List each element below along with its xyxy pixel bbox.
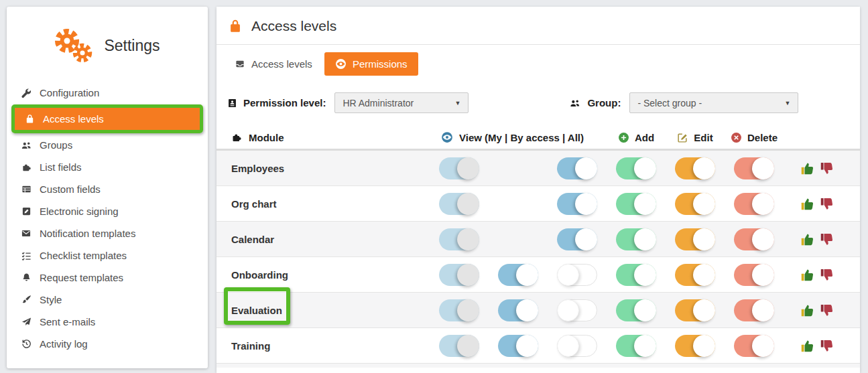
add-toggle[interactable] [616, 228, 656, 250]
toggle-knob [634, 299, 656, 321]
edit-toggle[interactable] [675, 193, 715, 215]
toggle-knob [752, 264, 774, 286]
sidebar-item-access-levels[interactable]: Access levels [15, 108, 200, 130]
add-toggle[interactable] [616, 299, 656, 321]
view-all-toggle[interactable] [557, 193, 597, 215]
tab-access-levels[interactable]: Access levels [227, 53, 320, 75]
thumbs-up-icon[interactable] [801, 340, 814, 352]
sidebar-title: Settings [104, 37, 160, 55]
delete-toggle[interactable] [734, 157, 774, 179]
add-toggle[interactable] [616, 264, 656, 286]
view-my-toggle[interactable] [439, 335, 479, 357]
add-toggle[interactable] [616, 335, 656, 357]
view-all-toggle[interactable] [557, 264, 597, 286]
sidebar-item-list-fields[interactable]: List fields [7, 156, 208, 178]
view-all-toggle[interactable] [557, 157, 597, 179]
toggle-knob [557, 335, 579, 357]
add-toggle[interactable] [616, 157, 656, 179]
sidebar-item-style[interactable]: Style [7, 289, 208, 311]
group-select[interactable]: - Select group - ▼ [629, 92, 798, 113]
view-my-toggle[interactable] [439, 228, 479, 250]
thumbs-down-icon[interactable] [820, 269, 834, 281]
sidebar-item-custom-fields[interactable]: Custom fields [7, 178, 208, 200]
group-value: - Select group - [637, 98, 702, 108]
tab-label: Access levels [251, 58, 312, 70]
thumbs-cell [801, 269, 834, 281]
view-my-toggle[interactable] [439, 193, 479, 215]
delete-toggle[interactable] [734, 335, 774, 357]
add-cell [607, 299, 666, 321]
edit-toggle[interactable] [675, 335, 715, 357]
view-all-toggle[interactable] [557, 228, 597, 250]
thumbs-up-icon[interactable] [801, 198, 814, 210]
edit-toggle[interactable] [675, 264, 715, 286]
edit-column-header: Edit [666, 132, 725, 143]
page-title-row: Access levels [216, 7, 860, 45]
module-name: Onboarding [231, 269, 288, 281]
add-toggle[interactable] [616, 193, 656, 215]
add-cell [607, 157, 666, 179]
sidebar-item-checklist-templates[interactable]: Checklist templates [7, 244, 208, 267]
view-all-cell [548, 299, 607, 321]
permission-level-select[interactable]: HR Administrator ▼ [334, 92, 469, 113]
sidebar-item-label: Groups [40, 139, 72, 151]
module-name: Evaluation [231, 305, 282, 316]
sidebar-item-electronic-signing[interactable]: Electronic signing [7, 200, 208, 222]
toggle-knob [752, 228, 774, 250]
thumbs-up-icon[interactable] [801, 233, 814, 246]
sidebar-item-configuration[interactable]: Configuration [7, 82, 208, 104]
toggle-knob [634, 193, 656, 215]
table-row: Onboarding [216, 257, 860, 293]
sidebar-item-label: List fields [40, 161, 82, 173]
toggle-knob [516, 264, 538, 286]
delete-toggle[interactable] [734, 193, 774, 215]
view-by-access-toggle[interactable] [498, 299, 538, 321]
delete-toggle[interactable] [734, 228, 774, 250]
thumbs-down-icon[interactable] [820, 340, 834, 352]
delete-toggle[interactable] [734, 299, 774, 321]
edit-toggle[interactable] [675, 228, 715, 250]
thumbs-down-icon[interactable] [820, 304, 834, 317]
view-all-toggle[interactable] [557, 299, 597, 321]
table-row: Employees [216, 151, 860, 186]
view-my-toggle[interactable] [439, 264, 479, 286]
sidebar-item-activity-log[interactable]: Activity log [7, 333, 208, 355]
tab-label: Permissions [353, 58, 408, 70]
thumbs-down-icon[interactable] [820, 233, 834, 246]
edit-toggle[interactable] [675, 157, 715, 179]
view-my-toggle[interactable] [439, 157, 479, 179]
module-cell: Calendar [216, 234, 430, 245]
delete-cell [725, 299, 784, 321]
thumbs-up-icon[interactable] [801, 162, 814, 175]
sidebar-item-request-templates[interactable]: Request templates [7, 267, 208, 289]
view-by-access-toggle[interactable] [498, 335, 538, 357]
thumbs-down-icon[interactable] [820, 162, 834, 175]
view-my-toggle[interactable] [439, 299, 479, 321]
sidebar-item-label: Custom fields [40, 183, 101, 195]
edit-cell [666, 264, 725, 286]
module-cell: Training [216, 340, 430, 352]
toggle-knob [693, 264, 715, 286]
thumbs-up-icon[interactable] [801, 304, 814, 317]
add-column-header: Add [607, 132, 666, 143]
sidebar-item-notification-templates[interactable]: Notification templates [7, 222, 208, 244]
toggle-knob [457, 335, 479, 357]
thumbs-down-icon[interactable] [820, 198, 834, 210]
tab-permissions[interactable]: Permissions [324, 52, 418, 76]
add-cell [607, 228, 666, 250]
view-all-cell [548, 193, 607, 215]
sidebar-item-label: Activity log [40, 338, 88, 350]
edit-cell [666, 335, 725, 357]
toggle-knob [575, 228, 597, 250]
sidebar-item-groups[interactable]: Groups [7, 134, 208, 156]
view-by-access-toggle[interactable] [498, 264, 538, 286]
toggle-knob [634, 228, 656, 250]
thumbs-up-icon[interactable] [801, 269, 814, 281]
table-icon [20, 184, 32, 194]
edit-toggle[interactable] [675, 299, 715, 321]
delete-toggle[interactable] [734, 264, 774, 286]
view-my-cell [430, 299, 489, 321]
paintbrush-icon [20, 295, 32, 305]
view-all-toggle[interactable] [557, 335, 597, 357]
sidebar-item-sent-emails[interactable]: Sent e-mails [7, 311, 208, 333]
